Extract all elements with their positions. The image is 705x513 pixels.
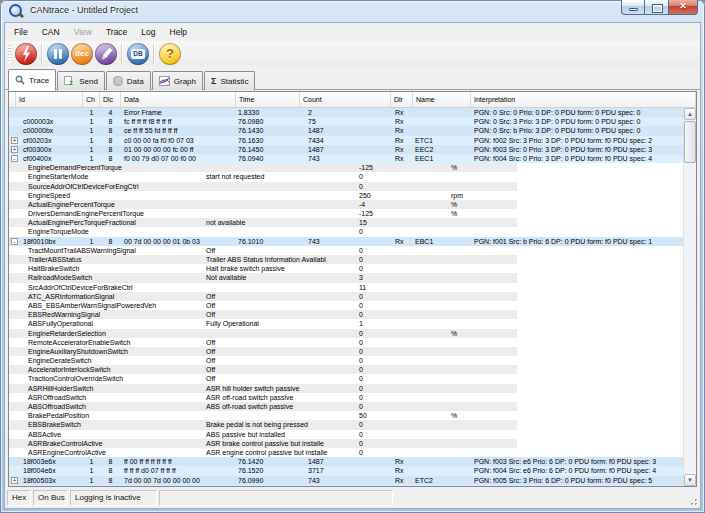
message-row[interactable]: -cf00400x18f0 00 79 d0 07 00 f0 0076.094…: [9, 154, 684, 163]
pause-button[interactable]: [47, 43, 69, 65]
column-header-id[interactable]: Id: [16, 92, 83, 107]
cell-dir: Rx: [395, 136, 404, 145]
signal-row[interactable]: ASROffroadSwitchASR off-road switch pass…: [9, 393, 684, 402]
menu-log[interactable]: Log: [134, 23, 162, 41]
signal-name: EngineStarterMode: [28, 172, 88, 181]
message-row[interactable]: +18f00503x187d 00 00 7d 00 00 00 0076.09…: [9, 476, 684, 485]
tab-data[interactable]: Data: [106, 71, 151, 90]
signal-row[interactable]: ActualEnginePercentTorque-4%: [9, 200, 684, 209]
menu-bar: FileCANViewTraceLogHelp: [5, 23, 700, 41]
signal-row[interactable]: HaltBrakeSwitchHalt brake switch passive…: [9, 264, 684, 273]
column-header-name[interactable]: Name: [413, 92, 471, 107]
signal-row[interactable]: EBSRedWarningSignalOff0: [9, 310, 684, 319]
column-header-time[interactable]: Time: [236, 92, 300, 107]
message-row[interactable]: 14Error Frame1.83302RxPGN: 0 Src: 0 Prio…: [9, 108, 684, 117]
signal-name: EngineTorqueMode: [28, 227, 89, 236]
column-header-dir[interactable]: Dir: [391, 92, 413, 107]
signal-row[interactable]: ActualEnginePercTorqueFractionalnot avai…: [9, 218, 684, 227]
tab-graph[interactable]: Graph: [152, 71, 203, 90]
database-button[interactable]: DB: [127, 43, 149, 65]
tab-trace[interactable]: Trace: [8, 69, 56, 91]
signal-row[interactable]: ASRHillHolderSwitchASR hill holder switc…: [9, 384, 684, 393]
signal-row[interactable]: ABSActiveABS passive but installed0: [9, 430, 684, 439]
column-header-dlc[interactable]: Dlc: [100, 92, 121, 107]
menu-trace[interactable]: Trace: [99, 23, 134, 41]
column-header-ch[interactable]: Ch: [83, 92, 100, 107]
minimize-button[interactable]: [621, 0, 645, 15]
menu-view[interactable]: View: [67, 23, 99, 41]
message-row[interactable]: +cf00300x1801 00 00 00 00 fc 00 ff76.145…: [9, 145, 684, 154]
signal-value: 0: [359, 172, 363, 181]
column-header-blank[interactable]: [9, 92, 16, 107]
signal-row[interactable]: ASRBrakeControlActiveASR brake control p…: [9, 439, 684, 448]
tab-statistic[interactable]: ΣStatistic: [204, 71, 255, 90]
message-row[interactable]: -18f0010bx1800 7d 00 00 00 01 0b 0376.10…: [9, 237, 684, 246]
signal-row[interactable]: AcceleratorInterlockSwitchOff0: [9, 365, 684, 374]
decimal-button[interactable]: dec: [71, 43, 93, 65]
signal-row[interactable]: ABSFullyOperationalFully Operational1: [9, 319, 684, 328]
menu-file[interactable]: File: [7, 23, 35, 41]
cell-name: ETC1: [415, 136, 433, 145]
cell-count: 743: [308, 476, 320, 485]
signal-row[interactable]: BrakePedalPosition50%: [9, 411, 684, 420]
signal-row[interactable]: DriversDemandEnginePercentTorque-125%: [9, 209, 684, 218]
signal-row[interactable]: EBSBrakeSwitchBrake pedal is not being p…: [9, 420, 684, 429]
maximize-icon: [652, 4, 663, 13]
signal-row[interactable]: RemoteAcceleratorEnableSwitchOff0: [9, 338, 684, 347]
message-row[interactable]: c000003x18fc ff ff ff f8 ff ff ff76.0980…: [9, 117, 684, 126]
signal-row[interactable]: RailroadModeSwitchNot available3: [9, 273, 684, 282]
expand-icon[interactable]: +: [11, 477, 18, 484]
resize-grip-icon[interactable]: [688, 496, 698, 506]
vertical-scrollbar[interactable]: ▲ ▼: [683, 108, 696, 486]
message-row[interactable]: 18f004e6x18ff ff ff d0 07 ff ff ff76.152…: [9, 466, 684, 475]
message-row[interactable]: c00000bx18ce ff ff 55 fd ff ff ff76.1430…: [9, 126, 684, 135]
cell-time: 76.0980: [238, 117, 263, 126]
menu-help[interactable]: Help: [163, 23, 194, 41]
expand-icon[interactable]: +: [11, 137, 18, 144]
scrollbar-thumb[interactable]: [684, 121, 696, 163]
signal-row[interactable]: SourceAddrOfCtrlDeviceForEngCtrl0: [9, 182, 684, 191]
signal-row[interactable]: TractMountTrailABSWarningSignalOff0: [9, 246, 684, 255]
signal-row[interactable]: ABSOffroadSwitchABS off-road switch pass…: [9, 402, 684, 411]
signal-row[interactable]: ASREngineControlActiveASR engine control…: [9, 448, 684, 457]
maximize-button[interactable]: [645, 0, 668, 15]
collapse-icon[interactable]: -: [11, 155, 18, 162]
tab-send[interactable]: Send: [57, 71, 105, 90]
signal-row[interactable]: EngineStarterModestart not requested0: [9, 172, 684, 181]
close-button[interactable]: ✕: [668, 0, 698, 15]
signal-value: 0: [359, 420, 363, 429]
column-header-data[interactable]: Data: [121, 92, 236, 107]
signal-unit: %: [451, 329, 457, 338]
help-button[interactable]: ?: [159, 43, 181, 65]
table-rows: 14Error Frame1.83302RxPGN: 0 Src: 0 Prio…: [9, 108, 684, 486]
connect-button[interactable]: [15, 43, 37, 65]
title-bar[interactable]: CANtrace - Untitled Project ✕: [0, 0, 705, 22]
signal-row[interactable]: EngineAuxiliaryShutdownSwitchOff0: [9, 347, 684, 356]
signal-row[interactable]: EngineTorqueMode0: [9, 227, 684, 236]
message-row[interactable]: +cf00203x18c0 00 00 fa f0 f0 07 0376.163…: [9, 136, 684, 145]
scroll-up-icon[interactable]: ▲: [684, 108, 696, 120]
edit-button[interactable]: [95, 43, 117, 65]
cell-data: ce ff ff 55 fd ff ff ff: [124, 126, 177, 135]
message-row[interactable]: +18f0090bx1800 00 00 00 00 00 00 0076.16…: [9, 485, 684, 486]
signal-row[interactable]: ABS_EBSAmberWarnSignalPoweredVehOff0: [9, 301, 684, 310]
signal-row[interactable]: TrailerABSStatusTrailer ABS Status Infor…: [9, 255, 684, 264]
signal-row[interactable]: EngineRetarderSelection0%: [9, 329, 684, 338]
lightning-icon: [15, 43, 37, 65]
toolbar-grip[interactable]: [8, 45, 11, 63]
question-icon: ?: [159, 43, 181, 65]
signal-row[interactable]: EngineSpeed250rpm: [9, 191, 684, 200]
signal-row[interactable]: SrcAddrOfCtrlDeviceForBrakeCtrl11: [9, 283, 684, 292]
message-row[interactable]: 18f003e6x18ff 00 ff ff ff ff ff ff76.142…: [9, 457, 684, 466]
signal-row[interactable]: ATC_ASRInformationSignalOff0: [9, 292, 684, 301]
collapse-icon[interactable]: -: [11, 238, 18, 245]
expand-icon[interactable]: +: [11, 146, 18, 153]
signal-row[interactable]: EngineDerateSwitchOff0: [9, 356, 684, 365]
signal-row[interactable]: TractionControlOverrideSwitchOff0: [9, 374, 684, 383]
menu-can[interactable]: CAN: [35, 23, 67, 41]
signal-row[interactable]: EngineDemandPercentTorque-125%: [9, 163, 684, 172]
scroll-down-icon[interactable]: ▼: [684, 474, 696, 486]
cell-ch: 1: [83, 117, 100, 126]
column-header-count[interactable]: Count: [300, 92, 391, 107]
column-header-interpretation[interactable]: Interpretation: [471, 92, 696, 107]
